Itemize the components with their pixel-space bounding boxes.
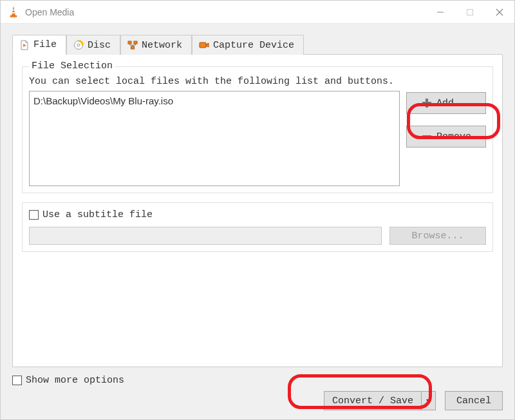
svg-rect-17 (422, 135, 431, 138)
plus-icon (421, 97, 433, 109)
tab-capture-label: Capture Device (213, 40, 294, 51)
chevron-down-icon (426, 396, 431, 406)
minus-icon (421, 131, 433, 142)
titlebar: Open Media (1, 1, 514, 24)
svg-rect-11 (134, 41, 137, 44)
cancel-button[interactable]: Cancel (445, 391, 503, 410)
browse-button-label: Browse... (411, 231, 464, 242)
svg-rect-0 (12, 9, 14, 10)
browse-button: Browse... (389, 227, 486, 245)
svg-rect-12 (131, 46, 135, 49)
remove-button[interactable]: Remove (406, 126, 486, 148)
file-icon (19, 40, 30, 50)
subtitle-path-input (29, 227, 382, 245)
tab-network[interactable]: Network (120, 35, 192, 55)
tab-file-label: File (33, 39, 57, 50)
content-area: File Disc Network Capture Device (1, 24, 514, 372)
svg-rect-13 (200, 43, 206, 48)
tab-network-label: Network (142, 40, 182, 51)
footer: Show more options Convert / Save Cancel (1, 372, 514, 419)
file-list-item[interactable]: D:\Backup\Videos\My Blu-ray.iso (33, 94, 395, 108)
svg-marker-18 (426, 399, 431, 403)
cancel-label: Cancel (456, 396, 491, 406)
svg-rect-16 (422, 102, 431, 104)
add-button[interactable]: Add... (406, 92, 486, 114)
close-button[interactable] (485, 1, 514, 24)
svg-point-9 (77, 44, 80, 46)
svg-rect-10 (128, 41, 131, 44)
convert-save-dropdown[interactable] (422, 391, 436, 410)
remove-button-label: Remove (436, 131, 471, 142)
maximize-button[interactable] (455, 1, 485, 24)
network-icon (127, 40, 138, 50)
file-selection-instruction: You can select local files with the foll… (29, 76, 486, 87)
svg-rect-2 (10, 15, 17, 17)
subtitle-group: Use a subtitle file Browse... (22, 202, 493, 252)
minimize-button[interactable] (426, 1, 455, 24)
tab-panel-file: File Selection You can select local file… (12, 54, 503, 367)
subtitle-label: Use a subtitle file (42, 209, 153, 220)
add-button-label: Add... (436, 98, 471, 109)
subtitle-checkbox[interactable] (29, 210, 39, 220)
svg-marker-14 (206, 43, 209, 47)
svg-rect-1 (12, 12, 15, 14)
window-title: Open Media (25, 7, 74, 17)
show-more-checkbox[interactable] (12, 376, 22, 385)
vlc-cone-icon (7, 6, 20, 19)
svg-rect-4 (467, 9, 473, 15)
file-selection-legend: File Selection (29, 61, 115, 72)
tab-row: File Disc Network Capture Device (12, 34, 503, 54)
tab-disc-label: Disc (88, 40, 111, 51)
open-media-window: Open Media File Disc (0, 0, 515, 420)
tab-disc[interactable]: Disc (66, 35, 120, 55)
tab-capture[interactable]: Capture Device (192, 35, 304, 55)
show-more-label: Show more options (26, 375, 124, 386)
convert-save-label: Convert / Save (332, 396, 413, 406)
tab-file[interactable]: File (12, 35, 66, 55)
file-list[interactable]: D:\Backup\Videos\My Blu-ray.iso (29, 91, 400, 186)
convert-save-button[interactable]: Convert / Save (324, 391, 422, 410)
disc-icon (73, 40, 84, 50)
capture-icon (199, 40, 209, 50)
file-selection-group: File Selection You can select local file… (22, 66, 493, 193)
